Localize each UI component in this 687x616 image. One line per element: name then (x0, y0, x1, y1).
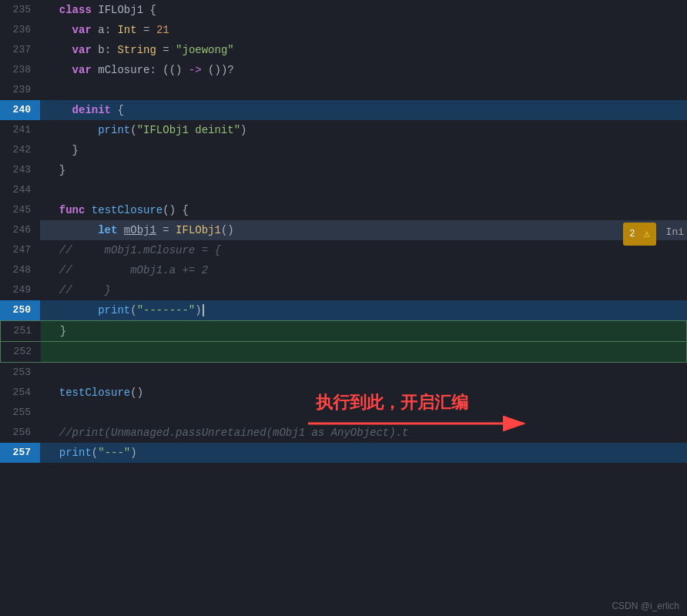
code-line: 252 (0, 342, 687, 363)
line-content: } (40, 160, 687, 180)
line-number: 251 (1, 321, 41, 341)
code-line: 248 // mObj1.a += 2 (0, 260, 687, 280)
line-content: var b: String = "joewong" (40, 40, 687, 60)
code-line: 242 } (0, 140, 687, 160)
line-number: 257 (0, 443, 40, 463)
watermark: CSDN @i_erlich (612, 601, 679, 611)
line-number: 252 (1, 342, 41, 362)
code-line: 253 (0, 363, 687, 383)
code-line: 235 class IFLObj1 { (0, 0, 687, 20)
line-number: 236 (0, 20, 40, 40)
line-content: var mClosure: (() -> ())? (40, 60, 687, 80)
line-number: 249 (0, 280, 40, 300)
code-line: 256 //print(Unmanaged.passUnretained(mOb… (0, 423, 687, 443)
code-line: 245 func testClosure() { (0, 200, 687, 220)
line-number: 247 (0, 240, 40, 260)
line-number: 239 (0, 80, 40, 100)
line-content: print("---") (40, 443, 687, 463)
line-number: 253 (0, 363, 40, 383)
line-content: func testClosure() { (40, 200, 687, 220)
line-content: //print(Unmanaged.passUnretained(mObj1 a… (40, 423, 687, 443)
line-content: class IFLObj1 { (40, 0, 687, 20)
line-number: 237 (0, 40, 40, 60)
line-content: print("IFLObj1 deinit") (40, 120, 687, 140)
code-line: 250 print("-------") (0, 300, 687, 320)
code-line: 237 var b: String = "joewong" (0, 40, 687, 60)
line-content: // mObj1.a += 2 (40, 260, 687, 280)
line-content: let mObj1 = IFLObj1()2 ⚠Ini (40, 220, 687, 240)
code-line: 247 // mObj1.mClosure = { (0, 240, 687, 260)
line-number: 240 (0, 100, 40, 120)
line-content: var a: Int = 21 (40, 20, 687, 40)
code-line: 239 (0, 80, 687, 100)
line-number: 243 (0, 160, 40, 180)
line-content: } (41, 321, 686, 341)
code-line: 257 print("---") (0, 443, 687, 463)
code-line: 236 var a: Int = 21 (0, 20, 687, 40)
line-content (41, 342, 686, 362)
line-content: // } (40, 280, 687, 300)
text-cursor (203, 304, 204, 316)
line-content (40, 180, 687, 200)
line-number: 250 (0, 300, 40, 320)
line-number: 235 (0, 0, 40, 20)
code-line: 251 } (0, 320, 687, 342)
line-number: 241 (0, 120, 40, 140)
line-number: 256 (0, 423, 40, 443)
code-line: 238 var mClosure: (() -> ())? (0, 60, 687, 80)
line-number: 246 (0, 220, 40, 240)
line-number: 254 (0, 383, 40, 403)
code-line: 240 deinit { (0, 100, 687, 120)
line-content (40, 80, 687, 100)
line-content (40, 363, 687, 383)
code-editor: 235 class IFLObj1 {236 var a: Int = 2123… (0, 0, 687, 616)
code-line: 246 let mObj1 = IFLObj1()2 ⚠Ini (0, 220, 687, 240)
line-number: 248 (0, 260, 40, 280)
line-number: 242 (0, 140, 40, 160)
line-content: // mObj1.mClosure = { (40, 240, 687, 260)
line-number: 245 (0, 200, 40, 220)
code-line: 241 print("IFLObj1 deinit") (0, 120, 687, 140)
line-content: deinit { (40, 100, 687, 120)
code-line: 249 // } (0, 280, 687, 300)
line-number: 255 (0, 403, 40, 423)
code-line: 243 } (0, 160, 687, 180)
annotation-text: 执行到此，开启汇编 (316, 391, 468, 414)
code-line: 244 (0, 180, 687, 200)
line-number: 244 (0, 180, 40, 200)
line-content: print("-------") (40, 300, 687, 320)
line-number: 238 (0, 60, 40, 80)
line-content: } (40, 140, 687, 160)
